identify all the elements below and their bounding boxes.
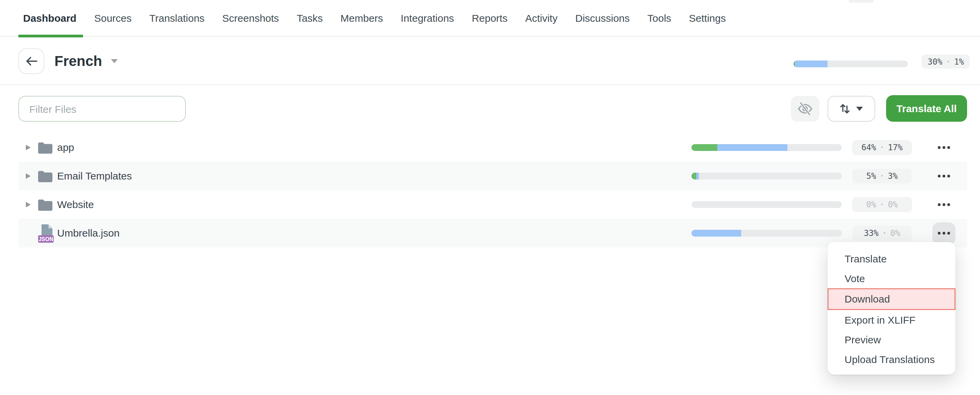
back-button[interactable] <box>18 48 44 74</box>
language-progress-bar <box>794 60 908 67</box>
file-name: Website <box>57 190 94 219</box>
file-name: Umbrella.json <box>57 219 119 247</box>
chevron-down-icon <box>111 59 118 63</box>
file-row-email-templates[interactable]: Email Templates 5%·3% <box>18 162 967 190</box>
row-actions-button[interactable] <box>932 194 956 216</box>
ellipsis-icon <box>948 146 950 149</box>
sort-arrows-icon <box>840 103 850 114</box>
header-divider <box>0 84 980 85</box>
menu-item-export-in-xliff[interactable]: Export in XLIFF <box>827 310 956 329</box>
menu-item-vote[interactable]: Vote <box>827 268 956 288</box>
context-menu: TranslateVoteDownloadExport in XLIFFPrev… <box>827 242 956 374</box>
ellipsis-icon <box>943 175 945 178</box>
nav-item-reports[interactable]: Reports <box>472 0 508 36</box>
ellipsis-icon <box>938 204 940 206</box>
nav-item-integrations[interactable]: Integrations <box>401 0 454 36</box>
ellipsis-icon <box>948 232 950 235</box>
folder-icon <box>38 142 52 154</box>
file-progress-badge: 64%·17% <box>852 140 912 155</box>
file-progress-badge: 5%·3% <box>852 168 912 184</box>
translate-all-button[interactable]: Translate All <box>886 95 967 122</box>
translated-progress-segment <box>795 60 827 67</box>
language-progress-badge: 30%·1% <box>921 54 970 69</box>
nav-item-screenshots[interactable]: Screenshots <box>222 0 279 36</box>
file-row-app[interactable]: app 64%·17% <box>18 133 967 162</box>
menu-item-download[interactable]: Download <box>827 288 956 310</box>
ellipsis-icon <box>943 232 945 235</box>
ellipsis-icon <box>948 175 950 178</box>
ellipsis-icon <box>938 175 940 178</box>
chevron-right-icon[interactable] <box>26 144 30 150</box>
file-name: app <box>57 133 74 162</box>
ellipsis-icon <box>943 146 945 149</box>
nav-item-activity[interactable]: Activity <box>525 0 557 36</box>
nav-item-discussions[interactable]: Discussions <box>575 0 630 36</box>
chevron-right-icon[interactable] <box>26 201 30 207</box>
top-nav: DashboardSourcesTranslationsScreenshotsT… <box>0 0 980 37</box>
nav-item-members[interactable]: Members <box>340 0 383 36</box>
ellipsis-icon <box>948 204 950 206</box>
language-dropdown[interactable]: French <box>54 52 118 71</box>
cutoff-element <box>849 0 874 3</box>
nav-item-sources[interactable]: Sources <box>94 0 132 36</box>
menu-item-upload-translations[interactable]: Upload Translations <box>827 349 956 369</box>
ellipsis-icon <box>943 204 945 206</box>
row-actions-button[interactable] <box>932 165 956 187</box>
project-language-dashboard: DashboardSourcesTranslationsScreenshotsT… <box>0 0 980 395</box>
row-actions-button[interactable] <box>932 222 956 244</box>
nav-item-dashboard[interactable]: Dashboard <box>23 0 76 36</box>
file-row-website[interactable]: Website 0%·0% <box>18 190 967 219</box>
page-title: French <box>54 52 102 71</box>
folder-icon <box>38 171 52 182</box>
approved-progress-segment <box>692 144 717 151</box>
svg-text:JSON: JSON <box>38 236 53 242</box>
json-file-icon: JSON <box>38 224 55 243</box>
ellipsis-icon <box>938 232 940 235</box>
translated-progress-segment <box>692 230 741 236</box>
translated-progress-segment <box>696 173 699 179</box>
file-progress-badge: 33%·0% <box>852 226 912 241</box>
ellipsis-icon <box>938 146 940 149</box>
file-row-umbrella-json[interactable]: JSON Umbrella.json 33%·0% <box>18 219 967 247</box>
sort-button[interactable] <box>827 96 875 122</box>
filter-files-input[interactable] <box>18 96 186 122</box>
eye-off-icon <box>798 102 813 116</box>
folder-icon <box>38 199 52 211</box>
translated-progress-segment <box>717 144 788 151</box>
chevron-down-icon <box>856 107 863 111</box>
file-list: app 64%·17% <box>18 133 967 247</box>
file-progress-bar <box>692 230 842 236</box>
nav-item-translations[interactable]: Translations <box>150 0 205 36</box>
nav-item-settings[interactable]: Settings <box>689 0 726 36</box>
nav-item-tools[interactable]: Tools <box>648 0 671 36</box>
toggle-hidden-files-button[interactable] <box>791 96 819 122</box>
row-actions-button[interactable] <box>932 136 956 159</box>
file-progress-bar <box>692 144 842 151</box>
approved-progress-segment <box>692 173 696 179</box>
file-progress-bar <box>692 201 842 208</box>
file-progress-badge: 0%·0% <box>852 197 912 212</box>
file-name: Email Templates <box>57 162 132 190</box>
menu-item-preview[interactable]: Preview <box>827 329 956 349</box>
nav-item-tasks[interactable]: Tasks <box>297 0 323 36</box>
arrow-left-icon <box>25 56 37 66</box>
menu-item-translate[interactable]: Translate <box>827 249 956 268</box>
file-progress-bar <box>692 173 842 179</box>
chevron-right-icon[interactable] <box>26 173 30 178</box>
